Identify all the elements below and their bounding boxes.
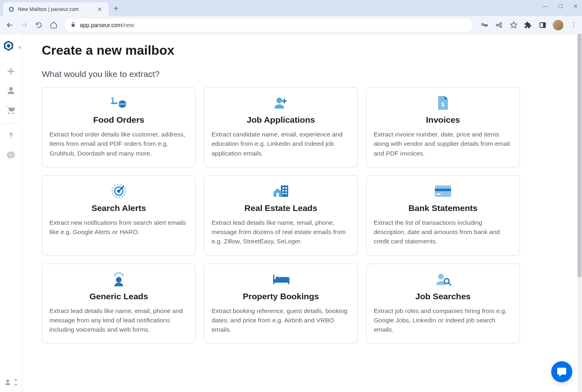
side-panel-icon[interactable] (538, 21, 547, 30)
svg-rect-14 (282, 187, 284, 189)
back-button[interactable] (4, 19, 15, 31)
home-button[interactable] (48, 19, 59, 31)
invoice-icon: $ (374, 95, 512, 111)
svg-rect-27 (273, 281, 289, 283)
svg-point-29 (438, 274, 444, 279)
url-domain: app.parseur.com (80, 22, 122, 28)
scrollbar-thumb[interactable] (578, 34, 582, 277)
svg-text:$: $ (441, 101, 445, 108)
bank-icon (374, 183, 512, 199)
food-icon (49, 95, 188, 111)
card-desc: Extract lead details like name, email, p… (212, 218, 350, 246)
lock-icon (71, 22, 76, 28)
card-property-bookings[interactable]: Property Bookings Extract booking refere… (204, 264, 358, 344)
card-title: Food Orders (49, 115, 188, 125)
forward-button[interactable] (19, 19, 30, 31)
card-food-orders[interactable]: Food Orders Extract food order details l… (42, 87, 196, 167)
share-icon[interactable] (494, 21, 503, 30)
tab-title: New Mailbox | parseur.com (18, 6, 92, 12)
card-job-searches[interactable]: Job Searches Extract job roles and compa… (366, 264, 520, 344)
reload-button[interactable] (33, 19, 45, 31)
main-content: Create a new mailbox What would you like… (22, 34, 582, 392)
window-minimize-icon[interactable]: ― (542, 3, 548, 9)
card-title: Bank Statements (374, 203, 512, 213)
svg-rect-17 (285, 190, 287, 192)
svg-point-3 (11, 154, 12, 156)
svg-point-8 (276, 98, 282, 103)
user-switcher[interactable] (4, 378, 18, 386)
card-desc: Extract the list of transactions includi… (374, 218, 512, 246)
card-bank-statements[interactable]: Bank Statements Extract the list of tran… (366, 175, 520, 256)
card-title: Search Alerts (49, 203, 188, 213)
svg-rect-15 (285, 187, 287, 189)
new-tab-button[interactable]: + (113, 4, 118, 13)
booking-icon (212, 271, 350, 288)
cart-icon[interactable] (3, 102, 19, 118)
svg-rect-18 (282, 193, 284, 194)
card-search-alerts[interactable]: Search Alerts Extract new notifications … (42, 175, 196, 256)
add-mailbox-button[interactable] (3, 63, 19, 79)
svg-rect-28 (288, 281, 289, 284)
card-title: Generic Leads (49, 292, 188, 301)
svg-rect-5 (112, 98, 113, 102)
browser-toolbar: app.parseur.com/new ⋮ (0, 16, 582, 34)
card-desc: Extract invoice number, date, price and … (374, 130, 512, 158)
search-alert-icon (49, 183, 188, 199)
job-application-icon (212, 95, 350, 111)
scrollbar[interactable] (577, 34, 582, 392)
svg-rect-22 (435, 189, 451, 191)
generic-lead-icon (49, 271, 188, 288)
page-title: Create a new mailbox (42, 43, 566, 58)
card-title: Job Searches (374, 292, 512, 301)
browser-tab[interactable]: New Mailbox | parseur.com ✕ (3, 2, 109, 16)
card-title: Real Estate Leads (212, 203, 350, 213)
profile-avatar[interactable] (553, 20, 563, 30)
page-subtitle: What would you like to extract? (42, 69, 566, 79)
card-invoices[interactable]: $ Invoices Extract invoice number, date,… (366, 87, 520, 167)
sidebar-divider (2, 123, 20, 124)
sidebar: » (0, 34, 22, 392)
svg-rect-19 (285, 193, 287, 194)
card-desc: Extract candidate name, email, experienc… (212, 130, 350, 158)
mailbox-type-grid: Food Orders Extract food order details l… (42, 87, 520, 343)
app-logo-icon[interactable] (2, 40, 15, 53)
password-key-icon[interactable] (480, 21, 489, 30)
svg-rect-16 (282, 190, 284, 192)
card-generic-leads[interactable]: Generic Leads Extract lead details like … (42, 264, 196, 344)
svg-point-12 (117, 190, 120, 193)
help-icon[interactable] (3, 128, 19, 144)
card-desc: Extract food order details like customer… (49, 130, 188, 158)
svg-point-24 (116, 277, 122, 283)
card-title: Property Bookings (212, 292, 350, 301)
chat-icon[interactable] (3, 147, 19, 163)
tab-close-icon[interactable]: ✕ (96, 6, 104, 13)
svg-rect-20 (276, 193, 279, 197)
browser-menu-icon[interactable]: ⋮ (569, 21, 578, 30)
job-search-icon (374, 271, 512, 288)
card-title: Job Applications (212, 115, 350, 125)
svg-rect-25 (273, 275, 274, 284)
card-desc: Extract booking reference, guest details… (212, 306, 350, 334)
svg-rect-6 (111, 102, 118, 104)
window-maximize-icon[interactable]: ☐ (558, 3, 563, 9)
card-desc: Extract job roles and companies hiring f… (374, 306, 512, 334)
card-job-applications[interactable]: Job Applications Extract candidate name,… (204, 87, 358, 167)
svg-rect-23 (436, 194, 441, 195)
intercom-chat-button[interactable] (551, 361, 572, 382)
card-real-estate-leads[interactable]: Real Estate Leads Extract lead details l… (204, 175, 358, 256)
svg-rect-13 (281, 185, 288, 197)
bookmark-star-icon[interactable] (509, 21, 518, 30)
address-bar[interactable]: app.parseur.com/new (65, 19, 472, 32)
expand-sidebar-icon[interactable]: » (18, 43, 19, 50)
svg-rect-7 (119, 104, 126, 104)
extensions-icon[interactable] (524, 21, 533, 30)
card-title: Invoices (374, 115, 512, 125)
url-path: /new (122, 22, 134, 28)
browser-tab-strip: New Mailbox | parseur.com ✕ + ― ☐ ✕ (0, 0, 582, 16)
card-desc: Extract new notifications from search al… (49, 218, 188, 237)
card-desc: Extract lead details like name, email, p… (49, 306, 188, 334)
account-icon[interactable] (3, 83, 19, 99)
window-close-icon[interactable]: ✕ (573, 3, 578, 9)
real-estate-icon (212, 183, 350, 199)
svg-point-2 (9, 154, 10, 156)
